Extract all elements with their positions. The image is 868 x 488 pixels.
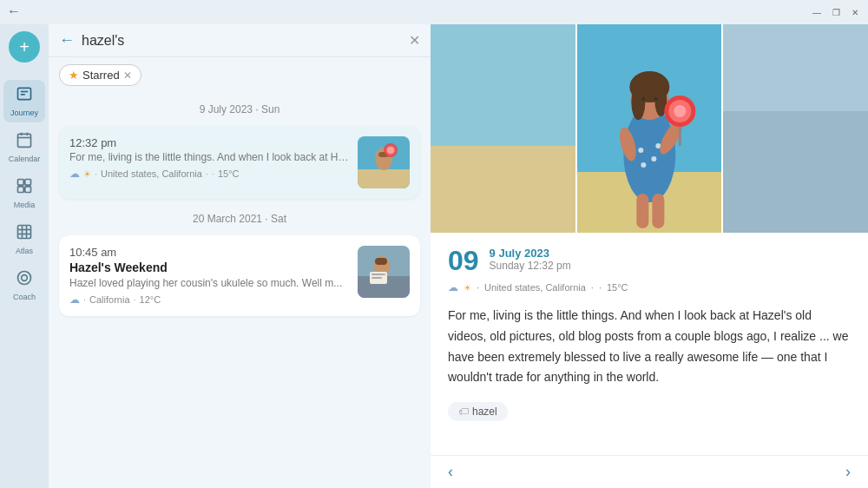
detail-date-info: 9 July 2023 Sunday 12:32 pm bbox=[490, 247, 571, 272]
svg-point-17 bbox=[22, 275, 28, 281]
search-clear-button[interactable]: ✕ bbox=[409, 32, 420, 49]
maximize-button[interactable]: ❐ bbox=[830, 6, 842, 18]
svg-rect-10 bbox=[25, 187, 31, 193]
detail-date-top: 9 July 2023 bbox=[490, 247, 571, 260]
coach-label: Coach bbox=[13, 293, 36, 301]
atlas-icon bbox=[16, 223, 33, 245]
svg-point-52 bbox=[674, 105, 686, 117]
svg-rect-11 bbox=[18, 226, 31, 239]
detail-content: 09 9 July 2023 Sunday 12:32 pm ☁ ☀ · Uni… bbox=[431, 233, 868, 455]
sidebar-item-media[interactable]: Media bbox=[3, 172, 45, 214]
entry-title-2: Hazel's Weekend bbox=[69, 260, 349, 274]
date-divider-2: 20 March 2021 · Sat bbox=[49, 202, 431, 232]
detail-date-row: 09 9 July 2023 Sunday 12:32 pm bbox=[448, 247, 851, 274]
svg-rect-55 bbox=[652, 194, 664, 228]
detail-image-center bbox=[577, 24, 722, 233]
detail-image-right bbox=[723, 24, 868, 233]
prev-entry-button[interactable]: ‹ bbox=[441, 461, 460, 483]
app-container: + Journey Calendar Media Atlas bbox=[0, 24, 868, 488]
search-input[interactable] bbox=[82, 33, 402, 49]
svg-point-48 bbox=[641, 97, 645, 101]
journey-icon bbox=[16, 85, 33, 107]
starred-filter-label: Starred bbox=[82, 69, 120, 82]
close-button[interactable]: ✕ bbox=[849, 6, 861, 18]
starred-filter-chip[interactable]: ★ Starred ✕ bbox=[59, 64, 141, 86]
remove-filter-button[interactable]: ✕ bbox=[123, 69, 132, 82]
svg-rect-19 bbox=[358, 169, 410, 188]
calendar-icon bbox=[16, 131, 33, 153]
tag-label: hazel bbox=[472, 406, 497, 418]
svg-point-41 bbox=[655, 143, 661, 148]
next-entry-button[interactable]: › bbox=[838, 461, 858, 483]
detail-date-sub: Sunday 12:32 pm bbox=[490, 260, 571, 272]
svg-rect-28 bbox=[375, 258, 387, 265]
coach-icon bbox=[16, 269, 33, 291]
sun-icon-1: ☀ bbox=[83, 169, 91, 179]
entry-card-1[interactable]: 12:32 pm For me, living is the little th… bbox=[59, 126, 420, 199]
svg-point-16 bbox=[18, 272, 31, 285]
tag-chip-hazel[interactable]: 🏷 hazel bbox=[448, 402, 508, 421]
detail-location: United states, California bbox=[484, 282, 586, 293]
location-2: California bbox=[89, 294, 129, 305]
entry-card-2[interactable]: 10:45 am Hazel's Weekend Hazel loved pla… bbox=[59, 235, 420, 316]
detail-temp: 15°C bbox=[607, 282, 628, 293]
svg-rect-3 bbox=[18, 134, 31, 147]
detail-panel: 09 9 July 2023 Sunday 12:32 pm ☁ ☀ · Uni… bbox=[431, 24, 868, 488]
sidebar: + Journey Calendar Media Atlas bbox=[0, 24, 49, 488]
entry-meta-2: ☁ · California · 12°C bbox=[69, 293, 349, 306]
date-divider-1: 9 July 2023 · Sun bbox=[49, 93, 431, 122]
detail-sun-icon: ☀ bbox=[464, 283, 471, 293]
entry-content-2: 10:45 am Hazel's Weekend Hazel loved pla… bbox=[69, 246, 349, 306]
atlas-label: Atlas bbox=[16, 247, 33, 255]
calendar-label: Calendar bbox=[9, 155, 41, 163]
svg-rect-34 bbox=[431, 146, 575, 233]
nav-arrows: ‹ › bbox=[431, 455, 868, 488]
entry-time-1: 12:32 pm bbox=[69, 136, 349, 149]
entry-time-2: 10:45 am bbox=[69, 246, 349, 259]
media-icon bbox=[16, 177, 33, 199]
detail-image-left bbox=[431, 24, 575, 233]
minimize-button[interactable]: — bbox=[811, 6, 823, 18]
svg-rect-33 bbox=[431, 24, 575, 146]
star-filter-icon: ★ bbox=[69, 69, 79, 82]
entry-content-1: 12:32 pm For me, living is the little th… bbox=[69, 136, 349, 188]
titlebar: ← — ❐ ✕ bbox=[0, 0, 868, 24]
add-entry-button[interactable]: + bbox=[9, 31, 40, 63]
weather-icon-2: ☁ bbox=[69, 293, 80, 306]
sidebar-item-calendar[interactable]: Calendar bbox=[3, 126, 45, 168]
journey-label: Journey bbox=[10, 109, 38, 117]
sidebar-item-coach[interactable]: Coach bbox=[3, 264, 45, 307]
tag-row: 🏷 hazel bbox=[448, 402, 851, 421]
search-back-button[interactable]: ← bbox=[59, 31, 75, 49]
media-label: Media bbox=[14, 201, 36, 209]
list-panel: ← ✕ ★ Starred ✕ 9 July 2023 · Sun 12:32 … bbox=[49, 24, 431, 488]
svg-rect-57 bbox=[723, 24, 868, 111]
svg-rect-30 bbox=[372, 274, 385, 275]
location-1: United states, California bbox=[101, 168, 202, 179]
detail-meta: ☁ ☀ · United states, California · · 15°C bbox=[448, 281, 851, 293]
temp-1: 15°C bbox=[218, 168, 240, 179]
svg-rect-8 bbox=[25, 180, 31, 186]
svg-point-39 bbox=[651, 156, 656, 162]
entry-thumb-2 bbox=[358, 246, 410, 298]
window-back-button[interactable]: ← bbox=[7, 3, 21, 19]
tag-icon: 🏷 bbox=[458, 406, 469, 418]
weather-icon-1: ☁ bbox=[69, 168, 80, 180]
svg-rect-31 bbox=[372, 277, 382, 279]
detail-day-number: 09 bbox=[448, 247, 479, 274]
sidebar-item-journey[interactable]: Journey bbox=[3, 80, 45, 122]
temp-2: 12°C bbox=[140, 294, 161, 305]
sidebar-item-atlas[interactable]: Atlas bbox=[3, 218, 45, 260]
svg-point-24 bbox=[387, 147, 394, 154]
entry-preview-1: For me, living is the little things. And… bbox=[69, 151, 349, 163]
entry-thumb-1 bbox=[358, 136, 410, 188]
svg-rect-7 bbox=[18, 180, 24, 186]
svg-rect-54 bbox=[636, 194, 648, 228]
detail-weather-icon: ☁ bbox=[448, 281, 458, 293]
svg-point-49 bbox=[654, 97, 657, 101]
svg-point-40 bbox=[641, 162, 646, 168]
svg-rect-9 bbox=[18, 187, 24, 193]
search-bar: ← ✕ bbox=[49, 24, 431, 57]
svg-point-46 bbox=[631, 85, 645, 120]
entry-meta-1: ☁ ☀ · United states, California · · 15°C bbox=[69, 168, 349, 180]
